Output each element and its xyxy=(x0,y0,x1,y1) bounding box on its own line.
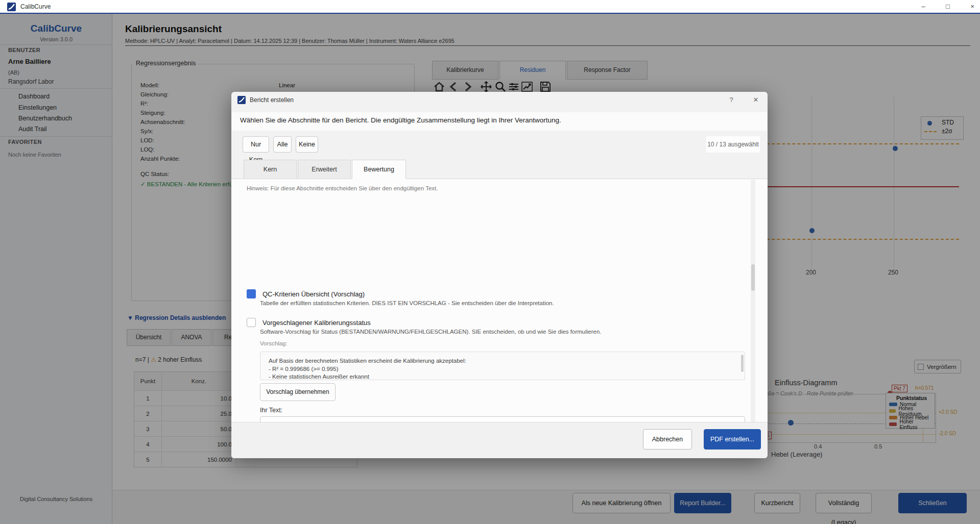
regression-label: Modell: xyxy=(140,82,159,88)
minimize-button[interactable]: – xyxy=(917,2,930,12)
toolbar-pan-icon[interactable] xyxy=(480,81,492,93)
kalibrierungsstatus-checkbox[interactable] xyxy=(247,318,256,327)
user-section-label: BENUTZER xyxy=(8,47,40,53)
x-tick: 200 xyxy=(806,269,816,276)
regression-label: R²: xyxy=(140,101,148,107)
brand-version: Version 3.0.0 xyxy=(0,36,112,42)
toolbar-plot-icon[interactable] xyxy=(521,81,533,93)
legend-label-band: ±2σ xyxy=(942,128,952,135)
vorschlag-textbox[interactable]: Auf Basis der berechneten Statistiken er… xyxy=(260,352,745,380)
influence-legend: Punktstatus Normal Hohes Residuum Hoher … xyxy=(886,393,935,429)
open-as-new-calibration-button[interactable]: Als neue Kalibrierung öffnen xyxy=(572,493,671,513)
schliessen-button[interactable]: Schließen xyxy=(898,493,967,513)
tab-residuen[interactable]: Residuen xyxy=(499,61,566,80)
qc-kriterien-desc: Tabelle der erfüllten statistischen Krit… xyxy=(260,300,554,306)
abbrechen-button[interactable]: Abbrechen xyxy=(643,429,692,450)
toolbar-settings-icon[interactable] xyxy=(508,81,520,93)
legend-label-std: STD xyxy=(942,119,954,126)
regression-details-toggle[interactable]: ▼ Regression Details ausblenden xyxy=(127,314,226,321)
regression-label: Gleichung: xyxy=(140,91,169,97)
tab-kern[interactable]: Kern xyxy=(244,160,297,179)
qc-status-label: QC Status: xyxy=(140,171,169,177)
vorschlag-text: Auf Basis der berechneten Statistiken er… xyxy=(269,357,466,380)
regression-label: Steigung: xyxy=(140,110,165,116)
cell-konz: 50.0 xyxy=(162,421,236,436)
cell-punkt: 4 xyxy=(134,437,162,452)
sidebar-item-audit-trail[interactable]: Audit Trail xyxy=(0,124,112,135)
x-axis-label: Hebel (Leverage) xyxy=(771,451,822,458)
annotation-pkt7: Pkt 7 xyxy=(892,385,907,392)
keine-button[interactable]: Keine xyxy=(296,136,318,153)
regression-panel-legend: Regressionsergebnis xyxy=(133,60,198,67)
kalibrierungsstatus-desc: Software-Vorschlag für Status (BESTANDEN… xyxy=(260,329,602,335)
user-name: Arne Bailliere xyxy=(8,58,51,65)
dialog-instruction: Wählen Sie die Abschnitte für den Berich… xyxy=(240,116,561,124)
close-button[interactable]: × xyxy=(966,2,979,12)
favorites-section-label: FAVORITEN xyxy=(8,139,42,145)
tab-kalibrierkurve[interactable]: Kalibrierkurve xyxy=(432,61,498,80)
toolbar-zoom-icon[interactable] xyxy=(494,81,507,93)
maximize-button[interactable]: □ xyxy=(941,2,954,12)
warning-icon: ⚠ xyxy=(151,356,156,363)
legend-label: Hoher Einfluss xyxy=(899,419,931,430)
toolbar-back-icon[interactable] xyxy=(447,81,460,93)
tab-erweitert[interactable]: Erweitert xyxy=(298,160,351,179)
report-builder-button[interactable]: Report Builder... xyxy=(674,493,731,513)
sidebar-item-benutzerhandbuch[interactable]: Benutzerhandbuch xyxy=(0,113,112,124)
qc-kriterien-checkbox[interactable] xyxy=(247,289,256,298)
pdf-erstellen-button[interactable]: PDF erstellen... xyxy=(704,429,761,450)
zoom-toggle[interactable]: Vergrößern xyxy=(914,360,961,373)
dialog-close-button[interactable]: ✕ xyxy=(750,95,761,105)
tab-uebersicht[interactable]: Übersicht xyxy=(127,329,171,346)
toolbar-forward-icon[interactable] xyxy=(462,81,474,93)
tab-response-factor[interactable]: Response Factor xyxy=(567,61,648,80)
swatch-hoher-hebel xyxy=(889,416,897,419)
regression-label: LOD: xyxy=(140,137,154,143)
dialog-content: Hinweis: Für diese Abschnitte entscheide… xyxy=(231,179,768,422)
dialog-help-button[interactable]: ? xyxy=(726,95,737,105)
tab-bewertung[interactable]: Bewertung xyxy=(352,160,406,179)
nur-kern-button[interactable]: Nur Kern xyxy=(243,136,269,153)
vorschlag-uebernehmen-button[interactable]: Vorschlag übernehmen xyxy=(260,383,336,401)
vollstaendig-legacy-button[interactable]: Vollständig (Legacy) xyxy=(816,493,872,513)
legend-marker-band xyxy=(924,131,937,132)
residual-legend: STD ±2σ xyxy=(921,116,964,140)
content-hint: Hinweis: Für diese Abschnitte entscheide… xyxy=(247,185,438,191)
alle-button[interactable]: Alle xyxy=(273,136,292,153)
qc-kriterien-label: QC-Kriterien Übersicht (Vorschlag) xyxy=(262,290,365,298)
toolbar-home-icon[interactable] xyxy=(433,81,445,93)
sidebar-item-einstellungen[interactable]: Einstellungen xyxy=(0,103,112,113)
legend-item: Hohes Residuum xyxy=(889,408,931,414)
dialog-scrollbar-track[interactable] xyxy=(751,180,755,422)
vorschlag-label: Vorschlag: xyxy=(260,340,288,346)
zoom-checkbox[interactable] xyxy=(918,364,924,370)
divider xyxy=(0,136,112,137)
vorschlag-scrollbar[interactable] xyxy=(741,355,744,372)
sidebar-footer-text: Digital Consultancy Solutions xyxy=(10,496,102,502)
cell-konz: 100.0 xyxy=(162,437,236,452)
sd-label-upper: +2.0 SD xyxy=(939,409,957,415)
cell-konz: 150.0000 xyxy=(162,452,236,467)
ihr-text-textarea[interactable] xyxy=(260,416,745,422)
x-tick: 250 xyxy=(888,269,898,276)
ihr-text-label: Ihr Text: xyxy=(260,407,282,414)
dialog-scrollbar-thumb[interactable] xyxy=(751,264,755,291)
qc-status-value: ✓ BESTANDEN - Alle Kriterien erfüllt xyxy=(140,181,236,188)
col-header-konz: Konz. xyxy=(162,372,236,390)
page-title: Kalibrierungsansicht xyxy=(125,23,222,35)
legend-item: Hoher Einfluss xyxy=(889,421,931,428)
swatch-normal xyxy=(889,403,897,406)
influence-point-normal xyxy=(788,420,794,426)
cell-punkt: 2 xyxy=(134,406,162,421)
toolbar-save-icon[interactable] xyxy=(539,81,552,93)
cell-punkt: 5 xyxy=(134,452,162,467)
brand-name: CalibCurve xyxy=(0,23,112,34)
dialog-logo-icon xyxy=(237,96,246,104)
window-title: CalibCurve xyxy=(20,3,51,10)
regression-label: Achsenabschnitt: xyxy=(140,119,185,125)
window-titlebar: CalibCurve – □ × xyxy=(0,0,980,14)
kurzbericht-button[interactable]: Kurzbericht xyxy=(754,493,800,513)
sidebar-item-dashboard[interactable]: Dashboard xyxy=(0,91,112,102)
tab-anova[interactable]: ANOVA xyxy=(172,329,211,346)
favorites-empty-text: Noch keine Favoriten xyxy=(8,152,61,158)
